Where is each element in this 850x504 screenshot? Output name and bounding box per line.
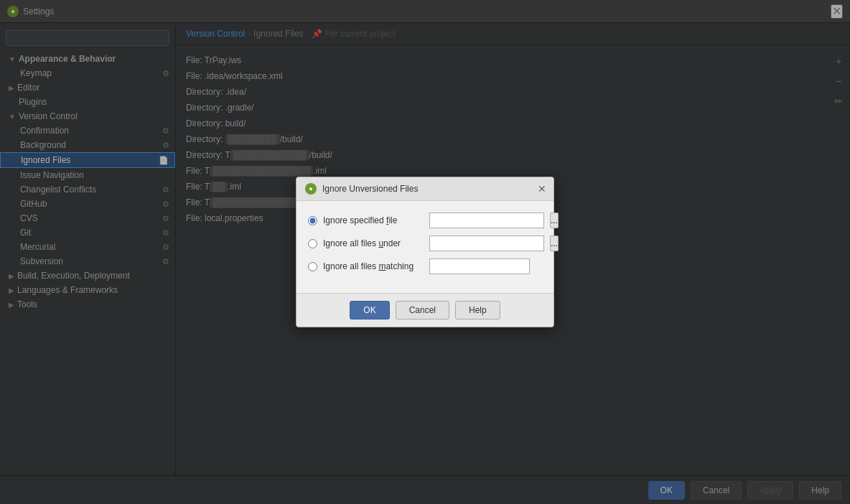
ignore-all-under-browse-button[interactable]: ...	[550, 235, 559, 251]
ignore-specified-input[interactable]	[429, 213, 544, 228]
ignore-specified-row: Ignore specified file ...	[308, 213, 542, 228]
ignore-all-matching-input[interactable]	[429, 258, 530, 274]
ignore-specified-browse-button[interactable]: ...	[550, 213, 559, 228]
modal-help-button[interactable]: Help	[455, 301, 500, 319]
modal-app-icon: ●	[305, 183, 317, 195]
modal-overlay: ● Ignore Unversioned Files ✕ Ignore spec…	[0, 0, 850, 504]
ignore-all-matching-radio[interactable]	[308, 262, 317, 271]
modal-cancel-button[interactable]: Cancel	[396, 301, 449, 319]
modal-title: Ignore Unversioned Files	[322, 184, 418, 194]
ignore-specified-radio[interactable]	[308, 216, 317, 225]
modal-title-bar: ● Ignore Unversioned Files ✕	[296, 177, 554, 201]
ignore-all-matching-label: Ignore all files matching	[323, 261, 424, 271]
ignore-all-under-label: Ignore all files under	[323, 238, 424, 248]
ignore-all-under-input[interactable]	[429, 235, 544, 251]
ignore-all-under-row: Ignore all files under ...	[308, 235, 542, 251]
modal-footer: OK Cancel Help	[296, 293, 554, 327]
modal-body: Ignore specified file ... Ignore all fil…	[296, 201, 554, 293]
modal-close-button[interactable]: ✕	[538, 184, 546, 194]
ignore-specified-label: Ignore specified file	[323, 215, 424, 225]
ignore-all-under-radio[interactable]	[308, 239, 317, 248]
ignore-all-matching-row: Ignore all files matching	[308, 258, 542, 274]
modal-ok-button[interactable]: OK	[350, 301, 389, 319]
ignore-unversioned-dialog: ● Ignore Unversioned Files ✕ Ignore spec…	[296, 177, 554, 327]
